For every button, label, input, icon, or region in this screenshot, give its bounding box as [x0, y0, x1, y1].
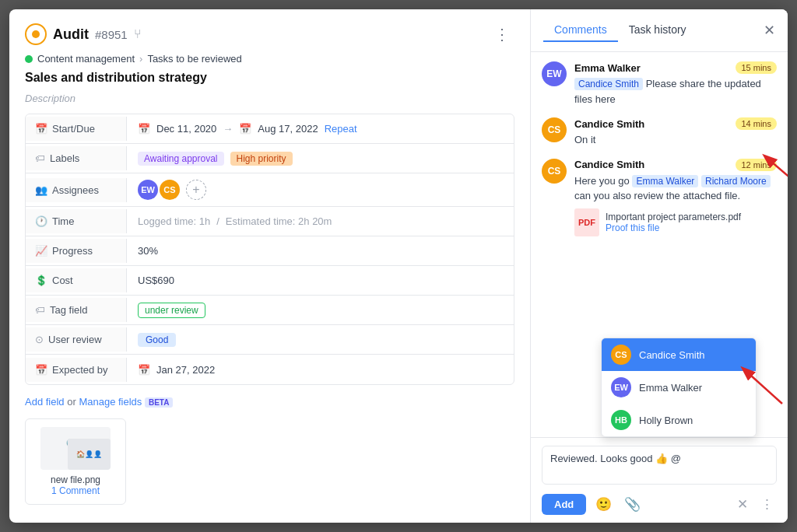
mention-3b[interactable]: Richard Moore: [701, 175, 771, 187]
field-label-cost: 💲 Cost: [26, 268, 127, 292]
thumbnail-image: 🏠👤👤: [68, 439, 111, 470]
dropdown-avatar-emma: EW: [611, 377, 631, 397]
dropdown-item-emma[interactable]: EW Emma Walker: [602, 371, 756, 404]
progress-value: 30%: [138, 245, 158, 257]
field-value-progress[interactable]: 30%: [127, 239, 169, 263]
time-sep: /: [216, 215, 219, 227]
dropdown-item-candice[interactable]: CS Candice Smith: [602, 338, 756, 371]
commenter-name-1: Emma Walker: [574, 62, 641, 74]
mention-1[interactable]: Candice Smith: [574, 78, 643, 90]
field-row-userreview: ⊙ User review Good: [26, 325, 514, 355]
tag-icon: 🏷: [35, 152, 45, 164]
field-label-progress: 📈 Progress: [26, 239, 127, 263]
clear-input-button[interactable]: ✕: [734, 495, 751, 514]
branch-icon[interactable]: ⑂: [134, 27, 142, 41]
expectedby-icon: 📅: [35, 364, 47, 376]
comment-body-3: Candice Smith 12 mins Here you go Emma W…: [574, 159, 777, 236]
field-row-cost: 💲 Cost US$690: [26, 266, 514, 296]
field-row-expectedby: 📅 Expected by 📅 Jan 27, 2022: [26, 355, 514, 384]
commenter-name-2: Candice Smith: [574, 118, 644, 130]
field-label-tagfield: 🏷 Tag field: [26, 298, 127, 322]
time-badge-2: 14 mins: [736, 117, 777, 130]
spacer: [542, 247, 777, 278]
manage-fields-link[interactable]: Manage fields: [79, 396, 142, 408]
repeat-button[interactable]: Repeat: [325, 123, 357, 135]
comment-item-2: CS Candice Smith 14 mins On it: [542, 117, 777, 148]
mention-3a[interactable]: Emma Walker: [632, 175, 698, 187]
time-badge-3: 12 mins: [736, 159, 777, 171]
expected-by-date: Jan 27, 2022: [156, 364, 215, 376]
close-button[interactable]: ✕: [764, 23, 775, 37]
comment-item-3: CS Candice Smith 12 mins Here you go Emm…: [542, 159, 777, 236]
field-value-time[interactable]: Logged time: 1h / Estimated time: 2h 20m: [127, 209, 342, 233]
tabs-row: Comments Task history: [543, 19, 697, 42]
attachment-comment-link[interactable]: 1 Comment: [51, 485, 100, 496]
progress-icon: 📈: [35, 245, 47, 257]
cost-icon: 💲: [35, 275, 47, 286]
dropdown-avatar-holly: HB: [611, 410, 631, 430]
start-calendar-icon: 📅: [138, 123, 150, 135]
comment-header-2: Candice Smith 14 mins: [574, 117, 777, 130]
pdf-icon: PDF: [574, 208, 599, 236]
manage-fields-row: Add field or Manage fields BETA: [25, 396, 514, 408]
comment-avatar-1: EW: [542, 61, 567, 86]
field-row-progress: 📈 Progress 30%: [26, 236, 514, 266]
commenter-name-3: Candice Smith: [574, 159, 644, 170]
field-value-cost[interactable]: US$690: [127, 268, 185, 292]
field-value-tagfield[interactable]: under review: [127, 296, 216, 324]
tab-comments[interactable]: Comments: [543, 19, 618, 42]
assignees-icon: 👥: [35, 184, 47, 196]
panel-header: Comments Task history ✕: [531, 9, 788, 52]
more-input-options-button[interactable]: ⋮: [757, 495, 777, 514]
add-assignee-button[interactable]: +: [186, 180, 206, 200]
breadcrumb-project[interactable]: Content management: [37, 53, 135, 65]
header-left: Audit #8951 ⑂: [25, 23, 142, 45]
add-field-link[interactable]: Add field: [25, 396, 65, 408]
dropdown-name-candice: Candice Smith: [639, 349, 705, 361]
breadcrumb-separator: ›: [139, 53, 142, 65]
header-row: Audit #8951 ⑂ ⋮: [25, 23, 514, 45]
tab-history[interactable]: Task history: [618, 19, 697, 42]
end-date: Aug 17, 2022: [258, 123, 318, 135]
comment-input[interactable]: [542, 446, 777, 485]
comment-text-2: On it: [574, 132, 777, 148]
field-value-labels[interactable]: Awaiting approval High priority: [127, 145, 304, 172]
comment-input-area: Add 🙂 📎 ✕ ⋮: [531, 437, 788, 523]
breadcrumb-section: Tasks to be reviewed: [147, 53, 241, 65]
dropdown-name-emma: Emma Walker: [639, 382, 702, 394]
attachment-box[interactable]: 📎 🏠👤👤 new file.png 1 Comment: [25, 418, 126, 505]
comment-header-1: Emma Walker 15 mins: [574, 61, 777, 74]
more-options-button[interactable]: ⋮: [490, 23, 514, 45]
comment-actions: Add 🙂 📎 ✕ ⋮: [542, 494, 777, 515]
attachment-filename: new file.png: [51, 474, 100, 485]
field-value-startdue[interactable]: 📅 Dec 11, 2020 → 📅 Aug 17, 2022 Repeat: [127, 117, 368, 141]
task-number: #8951: [95, 28, 128, 41]
emoji-button[interactable]: 🙂: [592, 495, 615, 514]
field-value-userreview[interactable]: Good: [127, 327, 187, 353]
comment-body-2: Candice Smith 14 mins On it: [574, 117, 777, 148]
attachment-thumbnail: 📎 🏠👤👤: [40, 427, 111, 470]
calendar-icon: 📅: [35, 123, 47, 135]
comment-item-1: EW Emma Walker 15 mins Candice Smith Ple…: [542, 61, 777, 107]
expectedby-cal-icon: 📅: [138, 364, 150, 376]
label-badge-awaiting[interactable]: Awaiting approval: [138, 152, 224, 166]
audit-icon: [25, 23, 47, 45]
field-value-expectedby[interactable]: 📅 Jan 27, 2022: [127, 358, 226, 382]
dropdown-name-holly: Holly Brown: [639, 415, 693, 426]
audit-icon-inner: [32, 30, 40, 38]
add-comment-button[interactable]: Add: [542, 494, 586, 515]
description-label[interactable]: Description: [25, 93, 514, 104]
estimated-time: Estimated time: 2h 20m: [226, 215, 332, 227]
user-review-value: Good: [138, 333, 176, 347]
dropdown-item-holly[interactable]: HB Holly Brown: [602, 404, 756, 436]
field-value-assignees: EW CS +: [127, 173, 217, 206]
field-label-labels: 🏷 Labels: [26, 146, 127, 170]
pdf-proof-link[interactable]: Proof this file: [606, 222, 741, 233]
task-title: Sales and distribution strategy: [25, 71, 514, 85]
pdf-info: Important project parameters.pdf Proof t…: [606, 212, 741, 233]
assignee-avatar-2: CS: [160, 180, 180, 200]
attach-button[interactable]: 📎: [621, 495, 644, 514]
label-badge-priority[interactable]: High priority: [230, 152, 293, 166]
comment-body-1: Emma Walker 15 mins Candice Smith Please…: [574, 61, 777, 107]
tag-value: under review: [138, 303, 205, 318]
